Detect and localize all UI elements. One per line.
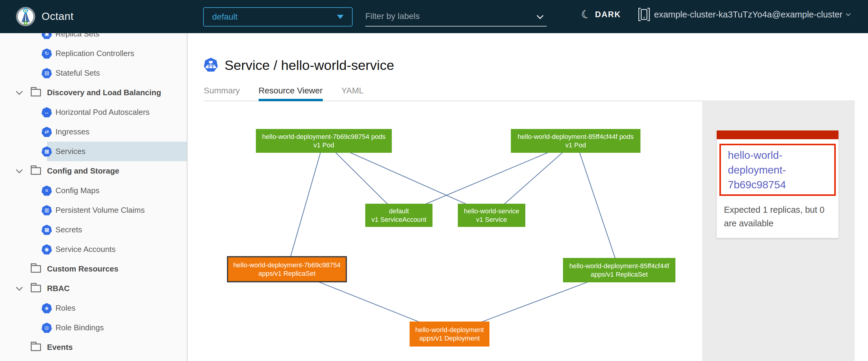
node-apiversion-kind: v1 Pod — [313, 141, 334, 150]
graph-node-replicaset-85ff4cf44f[interactable]: hello-world-deployment-85ff4cf44fapps/v1… — [563, 258, 675, 282]
folder-icon — [31, 285, 41, 292]
folder-icon — [31, 167, 41, 175]
sidebar-item-stateful-sets[interactable]: ▤Stateful Sets — [0, 63, 187, 83]
sidebar-item-ingresses[interactable]: ⇄Ingresses — [0, 122, 187, 142]
sidebar-item-config-and-storage[interactable]: Config and Storage — [0, 161, 187, 181]
stateful-sets-icon: ▤ — [41, 68, 52, 78]
service-icon — [204, 57, 218, 73]
label-filter-input[interactable] — [365, 8, 528, 24]
node-title: hello-world-deployment-85ff4cf44f — [569, 262, 669, 270]
selected-resource-link[interactable]: hello-world-deployment-7b69c98754 — [728, 147, 832, 192]
node-apiversion-kind: v1 ServiceAccount — [371, 216, 426, 224]
persistent-volume-claims-icon: ▥ — [41, 205, 52, 216]
chevron-down-icon[interactable] — [16, 88, 23, 95]
sidebar-item-label: Config and Storage — [47, 166, 119, 176]
node-apiversion-kind: apps/v1 Deployment — [419, 334, 480, 342]
tab-bar: Summary Resource Viewer YAML — [204, 86, 364, 101]
sidebar-item-label: Replication Controllers — [56, 49, 134, 58]
app-header: Octant default ☾ DARK example-cluster-ka… — [0, 0, 868, 33]
sidebar-item-discovery-and-load-balancing[interactable]: Discovery and Load Balancing — [0, 83, 187, 102]
sidebar-nav-list: ▣Replica Sets↻Replication Controllers▤St… — [0, 33, 187, 357]
sidebar-item-label: Custom Resources — [47, 264, 119, 274]
sidebar-item-label: Horizontal Pod Autoscalers — [56, 107, 150, 117]
sidebar-item-label: Events — [47, 342, 73, 352]
sidebar-item-secrets[interactable]: ▩Secrets — [0, 220, 187, 239]
roles-icon: ◈ — [41, 303, 52, 314]
selected-resource-highlight-box: hello-world-deployment-7b69c98754 — [719, 144, 836, 196]
replication-controllers-icon: ↻ — [41, 48, 52, 59]
sidebar-item-label: Persistent Volume Claims — [56, 205, 145, 215]
sidebar-item-label: Ingresses — [56, 127, 90, 136]
node-apiversion-kind: apps/v1 ReplicaSet — [591, 270, 648, 279]
caret-down-icon — [337, 15, 344, 19]
page-title: Service / hello-world-service — [224, 58, 394, 73]
sidebar-item-label: Role Bindings — [56, 323, 104, 332]
replica-sets-icon: ▣ — [41, 33, 52, 39]
sidebar-item-label: Services — [56, 147, 86, 156]
sidebar-item-label: RBAC — [47, 284, 70, 293]
chevron-down-icon[interactable] — [16, 284, 23, 291]
services-icon: ▦ — [41, 146, 52, 157]
detail-panel: hello-world-deployment-7b69c98754 Expect… — [702, 102, 855, 361]
ingresses-icon: ⇄ — [41, 127, 52, 137]
sidebar-item-services[interactable]: ▦Services — [0, 142, 187, 161]
sidebar-nav: ▣Replica Sets↻Replication Controllers▤St… — [0, 33, 187, 361]
sidebar-item-label: Stateful Sets — [56, 68, 100, 78]
graph-node-pod-85ff4cf44f[interactable]: hello-world-deployment-85ff4cf44f podsv1… — [511, 129, 641, 153]
graph-node-serviceaccount-default[interactable]: defaultv1 ServiceAccount — [365, 204, 433, 227]
sidebar-item-label: Replica Sets — [56, 33, 99, 39]
sidebar-item-rbac[interactable]: RBAC — [0, 279, 187, 298]
sidebar-item-service-accounts[interactable]: ◉Service Accounts — [0, 239, 187, 259]
graph-node-pod-7b69c98754[interactable]: hello-world-deployment-7b69c98754 podsv1… — [256, 129, 392, 153]
graph-node-service-hello-world-service[interactable]: hello-world-servicev1 Service — [458, 204, 525, 227]
folder-icon — [31, 343, 41, 351]
dark-theme-toggle[interactable]: ☾ DARK — [581, 9, 621, 20]
secrets-icon: ▩ — [41, 225, 52, 235]
graph-node-deployment-hello-world[interactable]: hello-world-deploymentapps/v1 Deployment — [410, 322, 490, 347]
node-title: hello-world-deployment-85ff4cf44f pods — [518, 133, 634, 141]
sidebar-item-horizontal-pod-autoscalers[interactable]: ↔Horizontal Pod Autoscalers — [0, 102, 187, 122]
sidebar-item-label: Roles — [56, 303, 75, 313]
selected-resource-card: hello-world-deployment-7b69c98754 Expect… — [717, 130, 838, 238]
sidebar-item-role-bindings[interactable]: ◎Role Bindings — [0, 318, 187, 337]
node-title: hello-world-service — [464, 207, 519, 216]
folder-icon — [31, 265, 41, 273]
sidebar-item-persistent-volume-claims[interactable]: ▥Persistent Volume Claims — [0, 200, 187, 220]
service-accounts-icon: ◉ — [41, 244, 52, 255]
replica-status-message: Expected 1 replicas, but 0 are available — [724, 203, 832, 230]
tab-resource-viewer[interactable]: Resource Viewer — [258, 86, 323, 101]
chevron-down-icon[interactable] — [537, 12, 544, 19]
config-maps-icon: ≡ — [41, 186, 52, 196]
cluster-icon — [638, 8, 650, 21]
sidebar-item-label: Discovery and Load Balancing — [47, 88, 161, 97]
octant-logo-icon — [16, 7, 36, 27]
sidebar-item-custom-resources[interactable]: Custom Resources — [0, 259, 187, 279]
namespace-select[interactable]: default — [203, 7, 352, 27]
sidebar-item-events[interactable]: Events — [0, 337, 187, 357]
sidebar-item-roles[interactable]: ◈Roles — [0, 298, 187, 318]
sidebar-item-label: Secrets — [56, 225, 82, 234]
node-title: hello-world-deployment — [415, 326, 484, 334]
cluster-selector[interactable]: example-cluster-ka3TuTzYo4a@example-clus… — [638, 8, 850, 21]
namespace-select-value: default — [212, 12, 337, 22]
graph-edge-pod-85ff4cf44f--replicaset-85ff4cf44f — [576, 141, 619, 270]
sidebar-item-replica-sets[interactable]: ▣Replica Sets — [0, 33, 187, 44]
tab-yaml[interactable]: YAML — [341, 86, 364, 101]
horizontal-pod-autoscalers-icon: ↔ — [41, 107, 52, 118]
octant-app: { "header": { "app_title": "Octant", "na… — [0, 0, 868, 361]
sidebar-item-config-maps[interactable]: ≡Config Maps — [0, 181, 187, 200]
role-bindings-icon: ◎ — [41, 323, 52, 333]
node-title: hello-world-deployment-7b69c98754 — [233, 261, 341, 269]
chevron-down-icon[interactable] — [16, 166, 23, 173]
sidebar-item-replication-controllers[interactable]: ↻Replication Controllers — [0, 44, 187, 63]
folder-icon — [31, 89, 41, 96]
status-bar-danger — [717, 130, 838, 139]
page-header: Service / hello-world-service — [204, 57, 394, 73]
graph-edge-pod-7b69c98754--replicaset-7b69c98754 — [287, 141, 324, 269]
graph-node-replicaset-7b69c98754[interactable]: hello-world-deployment-7b69c98754apps/v1… — [227, 256, 347, 282]
node-apiversion-kind: v1 Pod — [565, 141, 586, 150]
node-title: default — [389, 207, 409, 216]
tab-summary[interactable]: Summary — [204, 86, 240, 101]
cluster-selector-value: example-cluster-ka3TuTzYo4a@example-clus… — [654, 10, 842, 20]
app-title: Octant — [41, 10, 73, 22]
